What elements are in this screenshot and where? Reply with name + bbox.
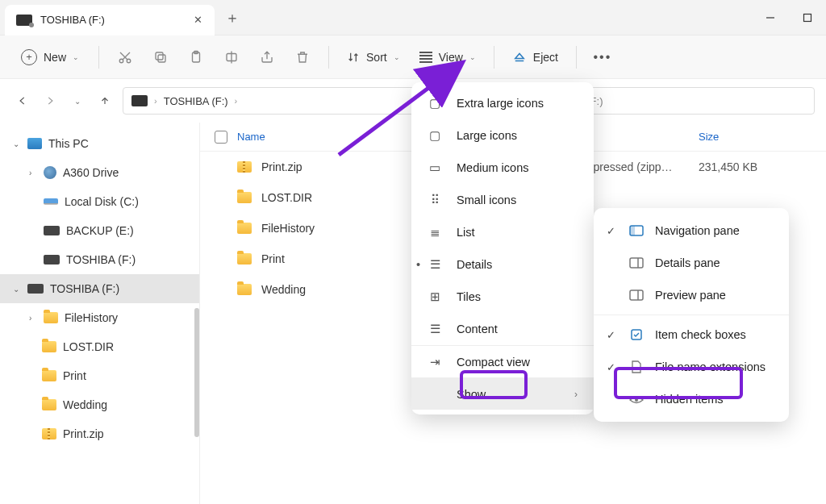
pane-icon: [628, 289, 645, 301]
folder-icon: [237, 253, 252, 264]
address-bar[interactable]: › TOSHIBA (F:) › ⌄: [123, 87, 444, 115]
disk-icon: [44, 198, 58, 205]
close-tab-button[interactable]: ✕: [192, 15, 203, 26]
svg-rect-4: [158, 55, 165, 62]
drive-icon: [44, 226, 60, 235]
xl-icons-icon: ▢: [426, 97, 444, 110]
folder-icon: [42, 341, 56, 352]
folder-icon: [44, 312, 58, 323]
new-button[interactable]: + New ⌄: [11, 44, 89, 70]
svg-rect-5: [156, 52, 163, 60]
new-label: New: [44, 51, 66, 64]
nav-arrows: ⌄: [11, 90, 116, 112]
annotation-box-show: [460, 370, 528, 399]
file-name: Print.zip: [261, 160, 302, 173]
menu-item-details[interactable]: •☰Details: [411, 248, 594, 281]
sidebar-item-label: TOSHIBA (F:): [66, 253, 136, 266]
sidebar-item-toshiba-f-expanded[interactable]: ⌄TOSHIBA (F:): [0, 274, 199, 303]
file-name: Print: [261, 252, 285, 265]
menu-item-lg-icons[interactable]: ▢Large icons: [411, 119, 594, 152]
back-button[interactable]: [11, 90, 34, 112]
sidebar-item-label: FileHistory: [65, 311, 118, 324]
details-icon: ☰: [426, 258, 444, 271]
more-button[interactable]: •••: [586, 42, 619, 73]
share-button[interactable]: [251, 42, 283, 73]
separator: [328, 46, 329, 69]
new-tab-button[interactable]: ＋: [218, 3, 247, 32]
up-button[interactable]: [94, 90, 116, 112]
menu-divider: [594, 314, 789, 315]
copy-button[interactable]: [144, 42, 177, 73]
chevron-right-icon: ›: [154, 96, 157, 106]
sidebar-item-filehistory[interactable]: ›FileHistory: [0, 303, 199, 332]
file-name: LOST.DIR: [261, 191, 312, 204]
menu-item-tiles[interactable]: ⊞Tiles: [411, 281, 594, 313]
maximize-button[interactable]: [789, 2, 826, 34]
rename-button[interactable]: [215, 42, 248, 73]
sort-label: Sort: [366, 51, 387, 64]
folder-icon: [237, 284, 252, 295]
sidebar-item-local-c[interactable]: Local Disk (C:): [0, 187, 199, 216]
a360-icon: [44, 166, 56, 179]
window-tab[interactable]: TOSHIBA (F:) ✕: [5, 5, 215, 35]
menu-item-sm-icons[interactable]: ⠿Small icons: [411, 184, 594, 216]
menu-item-list[interactable]: ≣List: [411, 216, 594, 248]
toolbar: + New ⌄ Sort ⌄ View ⌄ Eject •••: [0, 35, 826, 79]
sidebar-item-label: Print.zip: [63, 427, 104, 440]
scrollbar[interactable]: [194, 308, 199, 437]
menu-item-check-boxes[interactable]: ✓Item check boxes: [594, 319, 789, 351]
drive-icon: [131, 95, 148, 106]
chevron-down-icon: ⌄: [394, 53, 400, 61]
forward-button[interactable]: [39, 90, 61, 112]
menu-item-content[interactable]: ☰Content: [411, 313, 594, 345]
menu-item-nav-pane[interactable]: ✓Navigation pane: [594, 215, 789, 247]
sidebar-item-this-pc[interactable]: ⌄This PC: [0, 129, 199, 158]
breadcrumb[interactable]: TOSHIBA (F:): [164, 95, 228, 107]
delete-button[interactable]: [286, 42, 319, 73]
tab-title: TOSHIBA (F:): [40, 14, 184, 26]
separator: [576, 46, 577, 69]
list-icon: ≣: [426, 226, 444, 239]
navigation-pane: ⌄This PC ›A360 Drive Local Disk (C:) BAC…: [0, 123, 200, 504]
pane-icon: [628, 257, 645, 269]
sidebar-item-toshiba-f[interactable]: TOSHIBA (F:): [0, 245, 199, 274]
separator: [494, 46, 494, 69]
zip-icon: [237, 161, 252, 173]
separator: [98, 46, 99, 69]
sidebar-item-printzip[interactable]: Print.zip: [0, 419, 199, 448]
zip-icon: [42, 428, 56, 439]
menu-item-md-icons[interactable]: ▭Medium icons: [411, 152, 594, 184]
drive-icon: [44, 255, 60, 264]
menu-item-preview-pane[interactable]: Preview pane: [594, 279, 789, 311]
sidebar-item-wedding[interactable]: Wedding: [0, 390, 199, 419]
chevron-down-icon: ⌄: [73, 53, 79, 61]
view-label: View: [439, 51, 463, 64]
sidebar-item-backup-e[interactable]: BACKUP (E:): [0, 216, 199, 245]
paste-button[interactable]: [180, 42, 212, 73]
folder-icon: [42, 399, 56, 410]
sort-button[interactable]: Sort ⌄: [339, 46, 408, 69]
view-icon: [419, 52, 432, 63]
title-bar: TOSHIBA (F:) ✕ ＋: [0, 0, 826, 35]
eject-button[interactable]: Eject: [504, 45, 566, 69]
sidebar-item-label: Wedding: [63, 398, 107, 411]
folder-icon: [42, 370, 56, 381]
menu-item-xl-icons[interactable]: ▢Extra large icons: [411, 87, 594, 119]
chevron-right-icon: ›: [574, 389, 578, 400]
sidebar-item-lostdir[interactable]: LOST.DIR: [0, 332, 199, 361]
folder-icon: [237, 192, 252, 203]
pc-icon: [27, 138, 42, 149]
sidebar-item-print[interactable]: Print: [0, 361, 199, 390]
column-size[interactable]: Size: [699, 131, 719, 143]
select-all-checkbox[interactable]: [215, 131, 227, 144]
view-button[interactable]: View ⌄: [411, 46, 484, 69]
minimize-button[interactable]: [752, 2, 789, 34]
cut-button[interactable]: [109, 42, 141, 73]
folder-icon: [237, 223, 252, 234]
recent-button[interactable]: ⌄: [66, 90, 89, 112]
tiles-icon: ⊞: [426, 290, 444, 303]
menu-item-details-pane[interactable]: Details pane: [594, 247, 789, 279]
content-icon: ☰: [426, 323, 444, 335]
sidebar-item-label: LOST.DIR: [63, 340, 114, 353]
sidebar-item-a360[interactable]: ›A360 Drive: [0, 158, 199, 187]
